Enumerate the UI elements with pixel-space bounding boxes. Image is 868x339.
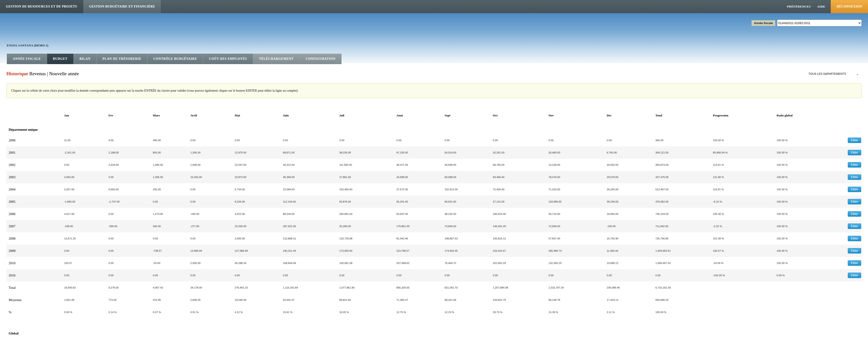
table-cell[interactable]: 1,698.00 — [190, 163, 235, 166]
table-cell[interactable]: -269.00 — [108, 225, 153, 227]
table-cell[interactable]: 27,131.00 — [493, 200, 549, 203]
table-cell[interactable]: 0.00 — [444, 139, 493, 142]
table-cell[interactable]: 0.00 — [153, 237, 190, 240]
table-cell[interactable]: 29,579.00 — [607, 176, 655, 179]
table-cell[interactable]: 187,621.00 — [283, 225, 339, 227]
table-cell[interactable]: 0.00 — [108, 262, 153, 265]
table-cell[interactable]: -277.00 — [190, 225, 235, 227]
table-cell[interactable]: 71,333.00 — [549, 188, 607, 191]
edit-row-button[interactable]: Éditer — [848, 223, 861, 229]
table-cell[interactable]: 93,710.00 — [549, 213, 607, 215]
table-cell[interactable]: 55,261.00 — [396, 200, 444, 203]
module-tab-t-l-chargement[interactable]: TÉLÉCHARGEMENT — [253, 54, 300, 64]
table-cell[interactable]: 0.00 — [64, 163, 108, 166]
table-cell[interactable]: 100,961.08 — [339, 262, 396, 265]
table-cell[interactable]: 3,390.00 — [235, 237, 283, 240]
table-cell[interactable]: 736,104.00 — [655, 213, 713, 215]
table-cell[interactable]: 260.00 — [153, 225, 190, 227]
table-cell[interactable]: -100.00 — [607, 225, 655, 227]
table-cell[interactable]: 179,861.00 — [396, 225, 444, 227]
table-cell[interactable]: 0.00 — [190, 200, 235, 203]
table-cell[interactable]: 255.00 — [153, 188, 190, 191]
table-cell[interactable]: 50,874.00 — [339, 200, 396, 203]
edit-row-button[interactable]: Éditer — [848, 150, 861, 155]
table-cell[interactable]: -100.00 % — [713, 274, 777, 277]
table-cell[interactable]: -435.00 — [190, 213, 235, 215]
table-cell[interactable]: 173,992.84 — [339, 249, 396, 252]
table-cell[interactable]: 2,188.00 — [108, 151, 153, 154]
table-cell[interactable]: 350,873.00 — [655, 163, 713, 166]
edit-row-button[interactable]: Éditer — [848, 273, 861, 278]
table-cell[interactable]: 11.00 — [64, 139, 108, 142]
table-cell[interactable]: 24,999.00 — [396, 176, 444, 179]
table-cell[interactable]: 15,793.90 — [607, 237, 655, 240]
table-cell[interactable]: 132,355.25 — [549, 262, 607, 265]
table-cell[interactable]: 1,300.00 — [190, 151, 235, 154]
table-cell[interactable]: 100.00 % — [777, 139, 841, 142]
table-cell[interactable]: 112,194.00 — [283, 200, 339, 203]
table-cell[interactable]: 0.00 — [108, 274, 153, 277]
table-cell[interactable]: 0.00 — [396, 139, 444, 142]
table-cell[interactable]: 260,891.00 — [339, 213, 396, 215]
table-cell[interactable]: 100.00 % — [713, 139, 777, 142]
table-cell[interactable]: 4,022.00 — [235, 213, 283, 215]
module-tab-bilan[interactable]: BILAN — [74, 54, 97, 64]
table-cell[interactable]: 100.00 % — [777, 200, 841, 203]
table-cell[interactable]: 365,966.74 — [549, 249, 607, 252]
table-cell[interactable]: 30,469.00 — [549, 151, 607, 154]
table-cell[interactable]: 100.00 % — [777, 213, 841, 215]
table-cell[interactable]: 360.00 — [655, 139, 713, 142]
edit-row-button[interactable]: Éditer — [848, 137, 861, 143]
edit-row-button[interactable]: Éditer — [848, 199, 861, 205]
table-cell[interactable]: 0.00 — [108, 237, 153, 240]
table-cell[interactable]: 83,068.00 — [444, 176, 493, 179]
table-cell[interactable]: 100.00 % — [777, 151, 841, 154]
table-cell[interactable]: 2,434.00 — [108, 163, 153, 166]
table-cell[interactable]: 45,369.00 — [283, 176, 339, 179]
table-cell[interactable]: 26,284.00 — [339, 225, 396, 227]
table-cell[interactable]: 0.00 — [108, 249, 153, 252]
table-cell[interactable]: 0.00 — [283, 274, 339, 277]
table-cell[interactable]: 5,744.00 — [235, 188, 283, 191]
table-cell[interactable]: 156.30 % — [713, 213, 777, 215]
table-cell[interactable]: 322,662.29 — [493, 262, 549, 265]
module-tab-ann-e-fiscale[interactable]: ANNÉE FISCALE — [7, 54, 47, 64]
table-cell[interactable]: 102,913.00 — [444, 188, 493, 191]
table-cell[interactable]: 0.00 — [108, 213, 153, 215]
table-cell[interactable]: 13,989.99 — [190, 249, 235, 252]
table-cell[interactable]: 1,485.00 — [153, 163, 190, 166]
department-filter[interactable]: TOUS LES DéPARTEMENTS ⌄ — [808, 72, 859, 75]
table-cell[interactable]: 0.00 — [235, 274, 283, 277]
table-cell[interactable]: 100.00 % — [777, 188, 841, 191]
table-cell[interactable]: 66,501.00 — [444, 200, 493, 203]
table-cell[interactable]: 149,451.00 — [493, 225, 549, 227]
table-cell[interactable]: 470,952.00 — [655, 200, 713, 203]
table-cell[interactable]: 100.00 % — [777, 249, 841, 252]
table-cell[interactable]: 38,226.00 — [339, 151, 396, 154]
table-cell[interactable]: 13,228.00 — [549, 163, 607, 166]
table-cell[interactable]: 58,765.00 — [493, 163, 549, 166]
table-cell[interactable]: 158,834.04 — [283, 262, 339, 265]
table-cell[interactable]: 15,403.00 — [190, 176, 235, 179]
table-cell[interactable]: 1,404,953.51 — [655, 249, 713, 252]
table-cell[interactable]: 100.00 % — [777, 163, 841, 166]
table-cell[interactable]: 4,017.00 — [64, 213, 108, 215]
table-cell[interactable]: 101.99 % — [713, 237, 777, 240]
table-cell[interactable]: -3.32 % — [713, 225, 777, 227]
table-cell[interactable]: 118,089.00 — [549, 200, 607, 203]
module-tab-co-t-des-employ-s[interactable]: COÛT DES EMPLOYÉS — [203, 54, 253, 64]
top-tab-resources-projects[interactable]: GESTION DE RESSOURCES ET DE PROJETS — [0, 0, 83, 13]
table-cell[interactable]: -2,301.00 — [64, 151, 108, 154]
table-cell[interactable]: 50,597.00 — [396, 213, 444, 215]
edit-row-button[interactable]: Éditer — [848, 211, 861, 217]
table-cell[interactable]: 121.80 % — [713, 176, 777, 179]
table-cell[interactable]: 1,305.00 — [153, 176, 190, 179]
table-cell[interactable]: -108.00 — [64, 225, 108, 227]
table-cell[interactable]: 50,514.00 — [444, 151, 493, 154]
table-cell[interactable]: 32,261.00 — [493, 151, 549, 154]
table-cell[interactable]: 2,500.00 — [190, 262, 235, 265]
table-cell[interactable]: 36,294.00 — [607, 200, 655, 203]
table-cell[interactable]: 0.00 — [64, 249, 108, 252]
table-cell[interactable]: 30,412.00 — [283, 163, 339, 166]
table-cell[interactable]: 22,530.00 — [235, 225, 283, 227]
